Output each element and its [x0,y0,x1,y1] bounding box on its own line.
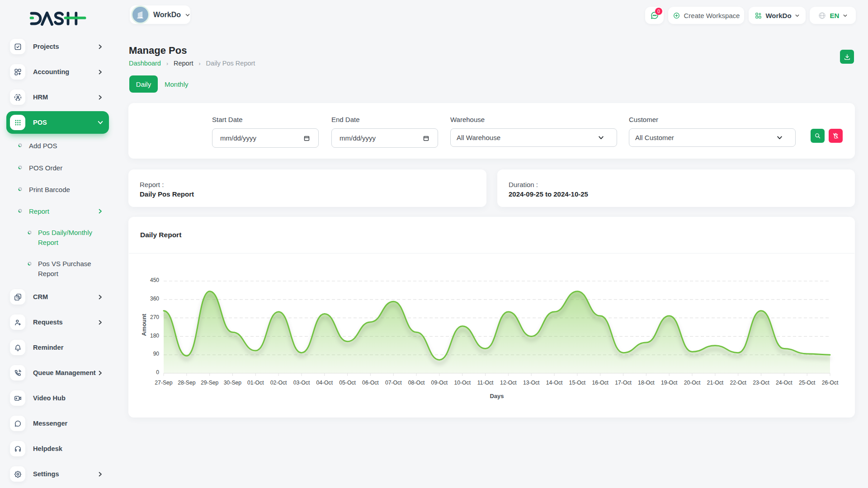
svg-text:360: 360 [150,296,159,302]
svg-text:27-Sep: 27-Sep [155,380,173,386]
svg-text:Days: Days [490,393,504,399]
svg-text:05-Oct: 05-Oct [339,380,356,386]
svg-text:17-Oct: 17-Oct [615,380,632,386]
svg-text:02-Oct: 02-Oct [270,380,287,386]
svg-text:26-Oct: 26-Oct [822,380,839,386]
svg-text:0: 0 [156,369,159,375]
svg-text:11-Oct: 11-Oct [477,380,494,386]
svg-text:20-Oct: 20-Oct [684,380,701,386]
svg-text:28-Sep: 28-Sep [178,380,196,386]
svg-text:23-Oct: 23-Oct [753,380,769,386]
svg-text:06-Oct: 06-Oct [362,380,379,386]
svg-text:22-Oct: 22-Oct [730,380,746,386]
svg-text:180: 180 [150,333,159,339]
svg-text:21-Oct: 21-Oct [707,380,724,386]
svg-text:30-Sep: 30-Sep [224,380,242,386]
svg-text:18-Oct: 18-Oct [638,380,655,386]
svg-text:12-Oct: 12-Oct [500,380,517,386]
svg-text:450: 450 [150,277,159,283]
svg-text:03-Oct: 03-Oct [293,380,310,386]
svg-text:13-Oct: 13-Oct [523,380,540,386]
svg-text:270: 270 [150,314,159,320]
svg-text:09-Oct: 09-Oct [431,380,448,386]
svg-text:29-Sep: 29-Sep [201,380,219,386]
svg-text:04-Oct: 04-Oct [316,380,333,386]
svg-text:24-Oct: 24-Oct [776,380,793,386]
svg-text:07-Oct: 07-Oct [385,380,402,386]
svg-text:25-Oct: 25-Oct [799,380,816,386]
svg-text:15-Oct: 15-Oct [569,380,586,386]
svg-text:16-Oct: 16-Oct [592,380,609,386]
svg-text:08-Oct: 08-Oct [408,380,425,386]
svg-text:19-Oct: 19-Oct [661,380,678,386]
svg-text:10-Oct: 10-Oct [454,380,471,386]
svg-text:14-Oct: 14-Oct [546,380,563,386]
svg-text:01-Oct: 01-Oct [247,380,264,386]
svg-text:Amount: Amount [141,314,147,336]
svg-text:90: 90 [153,351,160,357]
